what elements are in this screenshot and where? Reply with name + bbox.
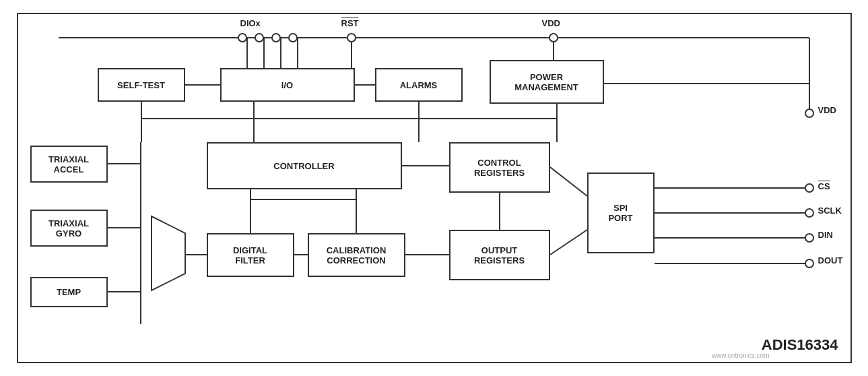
svg-marker-40 — [152, 216, 185, 290]
self-test-block: SELF-TEST — [98, 68, 185, 102]
digital-filter-block: DIGITALFILTER — [207, 233, 294, 277]
calibration-correction-block: CALIBRATIONCORRECTION — [308, 233, 405, 277]
svg-line-34 — [550, 230, 587, 255]
power-management-block: POWERPOWER MANAGEMENTMANAGEMENT — [490, 60, 604, 104]
cs-circle — [805, 183, 814, 193]
control-registers-block: CONTROLREGISTERS — [449, 142, 550, 193]
diox-circle-3 — [271, 33, 281, 42]
chip-label: ADIS16334 — [762, 336, 838, 354]
diox-label: DIOx — [240, 18, 261, 28]
dout-label: DOUT — [818, 255, 843, 265]
vdd-top-circle — [549, 33, 558, 42]
output-registers-block: OUTPUTREGISTERS — [449, 230, 550, 280]
chip-diagram: DIOx RST VDD VDD CS SCLK DIN DOUT SELF-T… — [17, 13, 852, 363]
dout-circle — [805, 259, 814, 268]
triaxial-gyro-block: TRIAXIALGYRO — [30, 210, 108, 247]
din-label: DIN — [818, 230, 833, 240]
triaxial-accel-block: TRIAXIALACCEL — [30, 146, 108, 183]
alarms-block: ALARMS — [375, 68, 463, 102]
cs-label: CS — [818, 181, 830, 191]
diox-circle-4 — [288, 33, 298, 42]
rst-circle — [347, 33, 356, 42]
sclk-label: SCLK — [818, 206, 842, 216]
din-circle — [805, 233, 814, 243]
io-block: I/O — [220, 68, 355, 102]
svg-line-33 — [550, 167, 587, 196]
vdd-right-circle — [805, 108, 814, 118]
vdd-right-label: VDD — [818, 105, 836, 115]
diox-circle-2 — [255, 33, 264, 42]
controller-block: CONTROLLER — [207, 142, 402, 189]
vdd-top-label: VDD — [542, 18, 560, 28]
spi-port-block: SPIPORT — [587, 173, 655, 253]
temp-block: TEMP — [30, 277, 108, 307]
rst-label: RST — [341, 18, 359, 28]
wiring-svg — [18, 14, 850, 362]
sclk-circle — [805, 208, 814, 218]
diox-circle-1 — [238, 33, 247, 42]
watermark: www.cntronics.com — [712, 352, 770, 359]
